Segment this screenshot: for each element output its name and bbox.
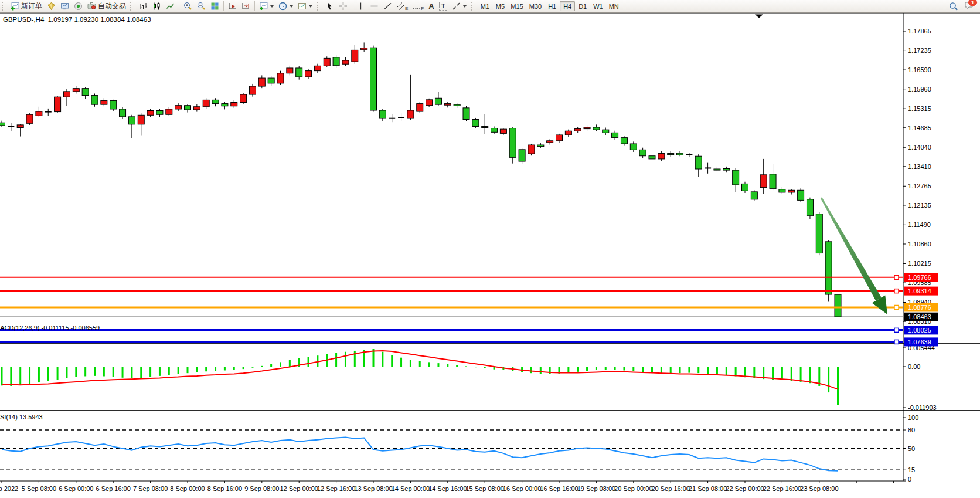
svg-text:19 Sep 08:00: 19 Sep 08:00 (577, 485, 615, 492)
rsi-line (2, 438, 838, 471)
toolbar-grip[interactable] (130, 2, 134, 11)
chart-canvas[interactable]: 1.178651.172351.165901.159601.153151.146… (0, 0, 980, 498)
auto-trading-button[interactable]: 自动交易 (85, 1, 128, 12)
search-button[interactable] (947, 1, 961, 12)
new-chart-dropdown-button[interactable] (257, 1, 276, 12)
svg-text:1.12135: 1.12135 (908, 202, 931, 209)
rsi-indicator-label: RSI(14) 13.5943 (0, 414, 43, 421)
svg-text:0.00: 0.00 (908, 363, 920, 370)
toolbar-grip[interactable] (317, 2, 321, 11)
line-chart-mode-button[interactable] (164, 1, 177, 12)
candlestick-mode-button[interactable] (150, 1, 164, 12)
timeframe-w1-button[interactable]: W1 (590, 1, 606, 11)
crosshair-tool-button[interactable] (336, 1, 350, 12)
rsi-level-lines (0, 430, 903, 470)
svg-text:15: 15 (908, 466, 915, 473)
macd-axis-labels: 0.0054440.00-0.011903 (903, 344, 937, 411)
svg-text:16 Sep 00:00: 16 Sep 00:00 (503, 485, 541, 492)
toolbar-grip[interactable] (2, 2, 6, 11)
svg-text:15 Sep 08:00: 15 Sep 08:00 (465, 485, 503, 492)
toolbar-grip[interactable] (471, 2, 475, 11)
chevron-down-icon (270, 5, 274, 8)
timeframe-mn-button[interactable]: MN (606, 1, 622, 11)
crosshair-icon (339, 2, 348, 11)
bar-chart-mode-button[interactable] (137, 1, 150, 12)
svg-text:1.14685: 1.14685 (908, 124, 931, 131)
svg-text:14 Sep 00:00: 14 Sep 00:00 (392, 485, 430, 492)
svg-text:1.11490: 1.11490 (908, 221, 931, 228)
new-order-button[interactable]: 新订单 (8, 1, 45, 12)
macd-indicator-label: MACD(12,26,9) -0.011115 -0.006559 (0, 324, 100, 331)
svg-text:6 Sep 16:00: 6 Sep 16:00 (96, 485, 131, 492)
indicators-dropdown-button[interactable] (295, 1, 315, 12)
price-chart-svg[interactable]: 1.178651.172351.165901.159601.153151.146… (0, 0, 980, 498)
svg-text:20 Sep 16:00: 20 Sep 16:00 (651, 485, 689, 492)
svg-text:1.09314: 1.09314 (908, 287, 931, 294)
notifications-button[interactable]: 1 (964, 1, 974, 12)
timeframe-m5-button[interactable]: M5 (492, 1, 508, 11)
svg-text:22 Sep 16:00: 22 Sep 16:00 (763, 485, 801, 492)
zoom-in-button[interactable] (181, 1, 195, 12)
chevron-down-icon (290, 5, 293, 8)
chart-shift-icon (241, 2, 250, 11)
timeframe-m1-button[interactable]: M1 (477, 1, 492, 11)
svg-text:0: 0 (908, 476, 911, 483)
svg-text:1.17865: 1.17865 (908, 28, 931, 35)
svg-text:-0.011903: -0.011903 (908, 404, 937, 411)
svg-text:1.16590: 1.16590 (908, 66, 931, 73)
new-order-label: 新订单 (21, 1, 42, 11)
svg-text:1.13410: 1.13410 (908, 163, 931, 170)
auto-trading-label: 自动交易 (98, 1, 126, 11)
channel-icon (397, 2, 404, 11)
webphone-icon (74, 2, 83, 11)
cursor-tool-button[interactable] (323, 1, 336, 12)
notification-count-badge: 1 (968, 0, 978, 6)
chart-shift-button[interactable] (239, 1, 253, 12)
crystal-button[interactable] (45, 1, 58, 12)
svg-text:1.12765: 1.12765 (908, 182, 931, 189)
terminal-button[interactable] (58, 1, 72, 12)
toolbar-separator (223, 1, 224, 11)
bar-chart-icon (139, 2, 148, 11)
monitor-icon (60, 2, 69, 11)
auto-scroll-button[interactable] (226, 1, 239, 12)
timeframe-h4-button[interactable]: H4 (560, 1, 575, 11)
timeframe-d1-button[interactable]: D1 (575, 1, 590, 11)
svg-text:1.08025: 1.08025 (908, 327, 931, 334)
text-tool-button[interactable]: A (426, 1, 436, 12)
text-tool-icon: A (428, 2, 434, 10)
cursor-icon (325, 2, 334, 11)
svg-text:1.09766: 1.09766 (908, 274, 931, 281)
svg-text:1.08463: 1.08463 (908, 313, 931, 320)
arrow-objects-icon (452, 2, 461, 11)
svg-text:7 Sep 08:00: 7 Sep 08:00 (133, 485, 168, 492)
timeframe-m30-button[interactable]: M30 (526, 1, 545, 11)
vertical-line-icon (356, 2, 365, 11)
svg-text:50: 50 (908, 445, 915, 452)
trendline-icon (383, 2, 392, 11)
fibonacci-sub-glyph: F (421, 6, 424, 11)
vertical-line-tool-button[interactable] (354, 1, 368, 12)
arrows-tool-dropdown-button[interactable] (450, 1, 469, 12)
chart-title: GBPUSD-,H4 1.09197 1.09230 1.08384 1.084… (3, 16, 151, 23)
horizontal-line-tool-button[interactable] (368, 1, 381, 12)
webphone-button[interactable] (72, 1, 85, 12)
ohlc-values: 1.09197 1.09230 1.08384 1.08463 (48, 16, 151, 23)
crystal-icon (47, 2, 56, 11)
toolbar-separator (352, 1, 352, 11)
clock-icon (278, 2, 287, 11)
channel-sub-glyph: E (405, 6, 408, 11)
indicators-icon (298, 2, 307, 11)
timeframe-h1-button[interactable]: H1 (545, 1, 560, 11)
trendline-tool-button[interactable] (381, 1, 394, 12)
timeframe-m15-button[interactable]: M15 (508, 1, 526, 11)
timeframes-dropdown-button[interactable] (276, 1, 295, 12)
svg-text:12 Sep 16:00: 12 Sep 16:00 (317, 485, 355, 492)
svg-text:100: 100 (908, 414, 918, 421)
text-label-tool-button[interactable]: T (437, 1, 450, 12)
channel-tool-button[interactable]: E (394, 1, 410, 12)
zoom-out-button[interactable] (195, 1, 208, 12)
fibonacci-tool-button[interactable]: F (410, 1, 426, 12)
svg-text:1.15960: 1.15960 (908, 86, 931, 93)
tile-windows-button[interactable] (208, 1, 222, 12)
